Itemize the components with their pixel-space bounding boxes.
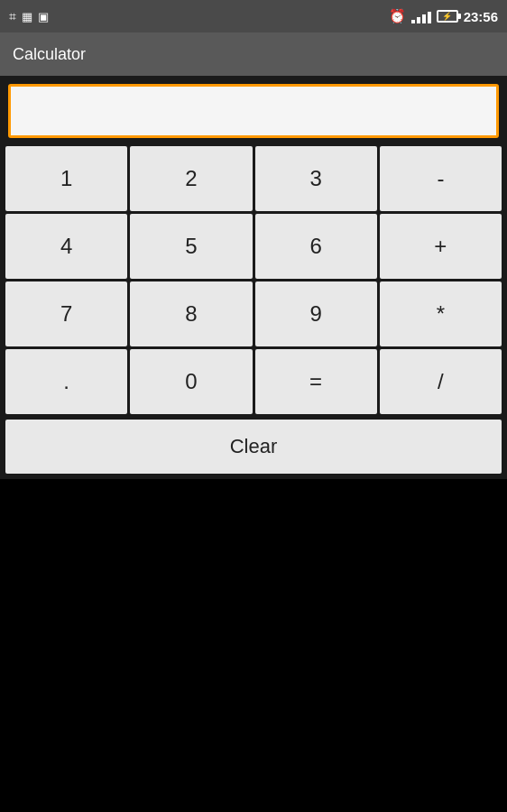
clear-row: Clear <box>3 417 504 476</box>
key-5[interactable]: 5 <box>130 214 252 279</box>
key-6[interactable]: 6 <box>255 214 377 279</box>
battery-icon: ⚡ <box>437 10 458 23</box>
key-equals[interactable]: = <box>255 349 377 414</box>
status-bar: ⌗ ▦ ▣ ⏰ ⚡ 23:56 <box>0 0 507 32</box>
calculator-display[interactable] <box>8 84 499 138</box>
key-3[interactable]: 3 <box>255 146 377 211</box>
display-container <box>3 78 504 143</box>
key-4[interactable]: 4 <box>5 214 127 279</box>
clock-time: 23:56 <box>464 9 498 24</box>
key-divide[interactable]: / <box>380 349 502 414</box>
key-1[interactable]: 1 <box>5 146 127 211</box>
calendar-icon: ▦ <box>22 10 32 23</box>
alarm-icon: ⏰ <box>389 8 406 24</box>
key-0[interactable]: 0 <box>130 349 252 414</box>
status-left-icons: ⌗ ▦ ▣ <box>9 9 49 24</box>
clear-button[interactable]: Clear <box>5 420 502 474</box>
key-plus[interactable]: + <box>380 214 502 279</box>
key-minus[interactable]: - <box>380 146 502 211</box>
key-2[interactable]: 2 <box>130 146 252 211</box>
status-right-icons: ⏰ ⚡ 23:56 <box>389 8 498 24</box>
calculator-body: 1 2 3 - 4 5 6 + 7 8 9 * . 0 = / Clear <box>0 76 507 479</box>
key-dot[interactable]: . <box>5 349 127 414</box>
key-8[interactable]: 8 <box>130 281 252 346</box>
app-title: Calculator <box>13 45 86 64</box>
keypad-grid: 1 2 3 - 4 5 6 + 7 8 9 * . 0 = / <box>3 143 504 417</box>
image-icon: ▣ <box>38 10 49 23</box>
key-9[interactable]: 9 <box>255 281 377 346</box>
usb-icon: ⌗ <box>9 9 16 24</box>
key-7[interactable]: 7 <box>5 281 127 346</box>
signal-icon <box>411 9 431 23</box>
title-bar: Calculator <box>0 32 507 76</box>
key-multiply[interactable]: * <box>380 281 502 346</box>
